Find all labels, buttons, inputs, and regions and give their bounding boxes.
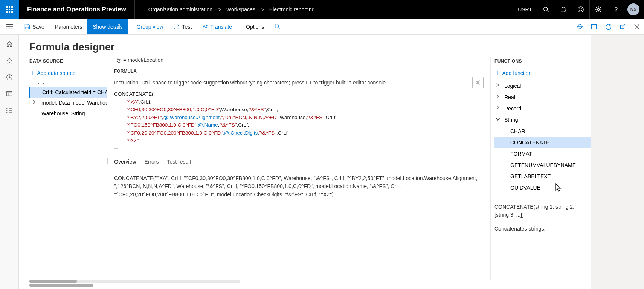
function-category[interactable]: Logical bbox=[494, 80, 591, 92]
svg-line-20 bbox=[278, 28, 280, 29]
company-picker[interactable]: USRT bbox=[513, 6, 537, 12]
scrollbar-thumb[interactable] bbox=[29, 280, 77, 283]
nav-modules[interactable] bbox=[6, 107, 13, 114]
nav-favorites[interactable] bbox=[6, 57, 13, 64]
app-launcher-button[interactable] bbox=[0, 0, 19, 19]
waffle-icon bbox=[6, 6, 13, 13]
bell-icon bbox=[560, 6, 567, 13]
nav-recent[interactable] bbox=[6, 74, 13, 81]
result-tabs: Overview Errors Test result bbox=[107, 155, 490, 168]
function-item[interactable]: FORMAT bbox=[494, 148, 591, 159]
nav-rail bbox=[0, 35, 19, 289]
nav-toggle-button[interactable] bbox=[0, 19, 19, 34]
horizontal-splitter[interactable]: ═ bbox=[114, 145, 118, 151]
functions-tree: Logical Real Record String CHAR CONCATEN… bbox=[494, 80, 591, 193]
chevron-right-icon[interactable] bbox=[32, 100, 36, 104]
svg-rect-23 bbox=[620, 25, 624, 29]
group-view-button[interactable]: Group view bbox=[131, 19, 169, 34]
svg-rect-8 bbox=[11, 11, 13, 13]
star-icon bbox=[6, 57, 13, 64]
function-item[interactable]: CONCATENATE bbox=[494, 137, 591, 148]
translate-button[interactable]: Translate bbox=[197, 19, 237, 34]
nav-workspaces[interactable] bbox=[6, 90, 13, 97]
svg-point-14 bbox=[597, 8, 599, 10]
save-label: Save bbox=[32, 24, 44, 30]
add-function-button[interactable]: + Add function bbox=[494, 68, 591, 80]
show-details-button[interactable]: Show details bbox=[87, 19, 128, 34]
function-category[interactable]: String bbox=[494, 114, 591, 125]
tab-errors[interactable]: Errors bbox=[144, 156, 159, 168]
svg-point-12 bbox=[579, 8, 580, 9]
save-icon bbox=[24, 24, 30, 30]
formula-binding-path: @ = model/Location bbox=[110, 57, 487, 64]
page-title: Formula designer bbox=[19, 41, 591, 57]
breadcrumb-item[interactable]: Workspaces bbox=[226, 6, 255, 12]
close-icon bbox=[634, 24, 639, 29]
home-icon bbox=[6, 41, 13, 47]
function-item[interactable]: GETENUMVALUEBYNAME bbox=[494, 159, 591, 171]
add-data-source-button[interactable]: + Add data source bbox=[29, 68, 107, 80]
scrollbar-track[interactable] bbox=[29, 280, 240, 283]
svg-point-19 bbox=[275, 24, 279, 28]
help-button[interactable] bbox=[607, 6, 624, 13]
svg-point-9 bbox=[543, 7, 547, 11]
refresh-button[interactable] bbox=[601, 19, 615, 34]
vertical-splitter[interactable]: ‖ bbox=[106, 155, 108, 165]
refresh-icon bbox=[605, 23, 612, 30]
chevron-down-icon bbox=[496, 117, 500, 121]
plus-icon: + bbox=[496, 70, 500, 76]
scrollbar-thumb[interactable] bbox=[591, 75, 591, 109]
notifications-button[interactable] bbox=[555, 6, 572, 13]
product-title: Finance and Operations Preview bbox=[19, 0, 135, 19]
formula-editor[interactable]: CONCATENATE( "^XA",CrLf, "^CF0,30,30^FO0… bbox=[114, 89, 484, 155]
function-category[interactable]: Real bbox=[494, 92, 591, 103]
popout-icon bbox=[620, 24, 626, 29]
plus-icon: + bbox=[31, 70, 35, 76]
close-button[interactable] bbox=[630, 19, 644, 34]
action-search-button[interactable] bbox=[269, 19, 285, 34]
close-icon bbox=[476, 80, 480, 85]
breadcrumb-item[interactable]: Electronic reporting bbox=[269, 6, 315, 12]
translate-icon bbox=[202, 24, 208, 29]
svg-rect-30 bbox=[6, 108, 8, 109]
formula-header: FORMULA bbox=[107, 69, 490, 77]
parameters-button[interactable]: Parameters bbox=[50, 19, 87, 34]
data-source-item[interactable]: CrLf: Calculated field = CHAR bbox=[29, 87, 107, 98]
main-panel: Formula designer DATA SOURCE + Add data … bbox=[19, 35, 591, 289]
function-category[interactable]: Record bbox=[494, 103, 591, 114]
scrollbar-thumb[interactable] bbox=[29, 284, 93, 287]
test-button[interactable]: Test bbox=[168, 19, 197, 34]
tab-overview[interactable]: Overview bbox=[114, 156, 136, 168]
function-item[interactable]: CHAR bbox=[494, 125, 591, 137]
close-instruction-button[interactable] bbox=[472, 77, 484, 88]
feedback-button[interactable] bbox=[572, 6, 589, 13]
chevron-right-icon bbox=[496, 83, 499, 87]
settings-button[interactable] bbox=[590, 6, 607, 13]
options-button[interactable]: Options bbox=[241, 19, 269, 34]
breadcrumb: Organization administration Workspaces E… bbox=[135, 0, 513, 19]
tab-test-result[interactable]: Test result bbox=[167, 156, 191, 168]
svg-line-10 bbox=[547, 11, 549, 12]
function-item[interactable]: GUIDVALUE bbox=[494, 182, 591, 193]
attachments-button[interactable] bbox=[572, 19, 587, 34]
svg-point-11 bbox=[578, 7, 583, 12]
smiley-icon bbox=[577, 6, 584, 13]
header-right: USRT NS bbox=[513, 0, 644, 19]
nav-home[interactable] bbox=[6, 41, 13, 47]
data-source-item[interactable]: Warehouse: String bbox=[29, 108, 107, 119]
search-button[interactable] bbox=[537, 6, 555, 13]
save-button[interactable]: Save bbox=[19, 19, 50, 34]
workspace-icon bbox=[6, 90, 13, 97]
data-source-more-button[interactable]: ··· bbox=[38, 80, 45, 87]
modules-icon bbox=[6, 107, 13, 114]
svg-rect-4 bbox=[9, 9, 10, 10]
chevron-right-icon bbox=[496, 106, 499, 109]
open-in-new-button[interactable] bbox=[587, 19, 601, 34]
question-icon bbox=[613, 6, 619, 13]
data-source-item[interactable]: model: Data model Warehouse bbox=[29, 98, 107, 108]
avatar[interactable]: NS bbox=[627, 3, 639, 15]
breadcrumb-item[interactable]: Organization administration bbox=[148, 6, 212, 12]
function-item[interactable]: GETLABELTEXT bbox=[494, 171, 591, 182]
chevron-right-icon bbox=[496, 95, 499, 98]
popout-button[interactable] bbox=[615, 19, 630, 34]
